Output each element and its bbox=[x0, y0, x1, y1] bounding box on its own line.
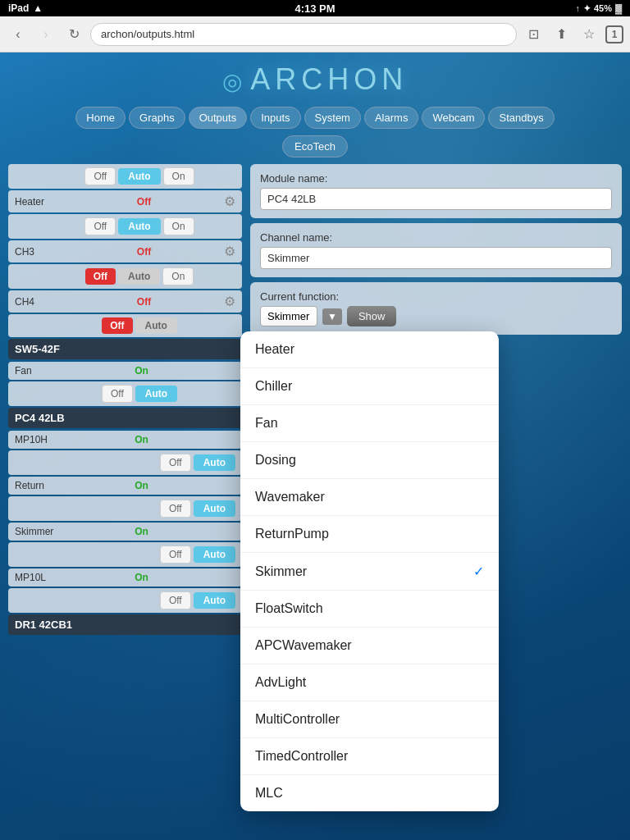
btn-off-top[interactable]: Off bbox=[84, 167, 116, 185]
btn-auto-mp10h[interactable]: Auto bbox=[194, 454, 235, 471]
function-select[interactable]: Skimmer bbox=[260, 306, 317, 326]
dropdown-item-returnpump[interactable]: ReturnPump bbox=[240, 516, 499, 553]
btn-group-ch3: Off Auto On bbox=[84, 217, 194, 235]
dropdown-item-floatswitch[interactable]: FloatSwitch bbox=[240, 591, 499, 628]
dropdown-item-chiller-label: Chiller bbox=[255, 379, 292, 394]
dropdown-item-dosing[interactable]: Dosing bbox=[240, 442, 499, 479]
skimmer-btn-row: Off Auto bbox=[8, 542, 242, 567]
nav-alarms[interactable]: Alarms bbox=[364, 107, 418, 129]
fan-status: On bbox=[135, 365, 148, 377]
module-name-box: Module name: bbox=[250, 164, 622, 218]
return-status: On bbox=[135, 480, 148, 491]
ch3-status: Off bbox=[137, 246, 151, 258]
dropdown-item-returnpump-label: ReturnPump bbox=[255, 527, 329, 541]
return-label: Return bbox=[15, 480, 64, 491]
nav-graphs[interactable]: Graphs bbox=[129, 107, 185, 129]
channel-name-input[interactable] bbox=[260, 247, 612, 269]
battery-icon: ▓ bbox=[615, 3, 622, 13]
nav-ecotech[interactable]: EcoTech bbox=[282, 135, 348, 158]
dropdown-item-timedcontroller[interactable]: TimedController bbox=[240, 738, 499, 775]
nav-home[interactable]: Home bbox=[75, 107, 126, 129]
logo-text: ARCHON bbox=[250, 62, 408, 96]
tab-count[interactable]: 1 bbox=[605, 25, 623, 43]
skimmer-status: On bbox=[135, 526, 148, 537]
btn-on-top[interactable]: On bbox=[163, 167, 194, 185]
btn-off-mp10h[interactable]: Off bbox=[160, 454, 191, 472]
mp10h-name-row: MP10H On bbox=[8, 431, 242, 449]
mp10l-btn-row: Off Auto bbox=[8, 588, 242, 613]
btn-auto-fan[interactable]: Auto bbox=[135, 386, 177, 402]
function-box: Current function: Skimmer ▼ Show bbox=[250, 282, 622, 335]
ch3-name-row: CH3 Off ⚙ bbox=[8, 240, 242, 262]
skimmer-label: Skimmer bbox=[15, 526, 64, 537]
pc442lb-header: PC4 42LB bbox=[8, 408, 242, 428]
btn-on-ch3[interactable]: On bbox=[163, 217, 194, 235]
nav-outputs[interactable]: Outputs bbox=[189, 107, 248, 129]
btn-auto-ch4b[interactable]: Auto bbox=[135, 317, 177, 334]
nav-webcam[interactable]: Webcam bbox=[422, 107, 485, 129]
nav-inputs[interactable]: Inputs bbox=[250, 107, 300, 129]
module-name-input[interactable] bbox=[260, 188, 612, 210]
btn-auto-return[interactable]: Auto bbox=[194, 500, 235, 517]
show-button[interactable]: Show bbox=[347, 306, 397, 326]
dropdown-item-advlight[interactable]: AdvLight bbox=[240, 664, 499, 701]
address-bar[interactable]: archon/outputs.html bbox=[90, 23, 517, 46]
btn-auto-skimmer[interactable]: Auto bbox=[194, 546, 235, 563]
carrier-text: iPad bbox=[8, 2, 29, 14]
mp10l-name-row: MP10L On bbox=[8, 568, 242, 587]
dropdown-item-heater[interactable]: Heater bbox=[240, 331, 499, 368]
main-content: ◎ ARCHON Home Graphs Outputs Inputs Syst… bbox=[0, 52, 630, 840]
btn-off-mp10l[interactable]: Off bbox=[160, 591, 191, 609]
back-button[interactable]: ‹ bbox=[7, 23, 30, 46]
dropdown-arrow-btn[interactable]: ▼ bbox=[322, 308, 342, 325]
share-button[interactable]: ⬆ bbox=[550, 23, 573, 46]
btn-off-ch3[interactable]: Off bbox=[84, 217, 116, 235]
btn-auto-ch3[interactable]: Auto bbox=[118, 218, 160, 235]
btn-off-return[interactable]: Off bbox=[160, 500, 191, 518]
btn-auto-top[interactable]: Auto bbox=[118, 168, 160, 185]
ch3-btn-row: Off Auto On bbox=[8, 214, 242, 239]
ch3-settings-icon[interactable]: ⚙ bbox=[224, 244, 235, 259]
dropdown-item-apcwavemaker[interactable]: APCWavemaker bbox=[240, 628, 499, 664]
nav-standbys[interactable]: Standbys bbox=[488, 107, 554, 129]
forward-button[interactable]: › bbox=[34, 23, 57, 46]
heater-settings-icon[interactable]: ⚙ bbox=[224, 194, 235, 209]
reload-button[interactable]: ↻ bbox=[62, 23, 85, 46]
dropdown-item-multicontroller[interactable]: MultiController bbox=[240, 701, 499, 738]
reader-button[interactable]: ⊡ bbox=[522, 23, 545, 46]
status-bar: iPad ▲ 4:13 PM ↑ ✦ 45% ▓ bbox=[0, 0, 630, 16]
dropdown-item-chiller[interactable]: Chiller bbox=[240, 368, 499, 405]
dr142cb1-label: DR1 42CB1 bbox=[15, 619, 72, 631]
btn-on-ch4[interactable]: On bbox=[162, 267, 194, 285]
url-text: archon/outputs.html bbox=[101, 28, 194, 40]
bookmark-button[interactable]: ☆ bbox=[578, 23, 600, 46]
nav-system[interactable]: System bbox=[304, 107, 361, 129]
heater-label: Heater bbox=[15, 196, 64, 208]
btn-group-return: Off Auto bbox=[160, 500, 235, 518]
dropdown-item-fan-label: Fan bbox=[255, 416, 278, 431]
btn-off-fan[interactable]: Off bbox=[102, 385, 133, 403]
function-dropdown: Heater Chiller Fan Dosing Wavemaker Retu… bbox=[240, 331, 499, 811]
ch4-settings-icon[interactable]: ⚙ bbox=[224, 294, 235, 309]
ch4-name-row: CH4 Off ⚙ bbox=[8, 290, 242, 313]
nav-bar: Home Graphs Outputs Inputs System Alarms… bbox=[0, 103, 630, 132]
signal-icon: ↑ bbox=[575, 3, 580, 13]
dropdown-item-mlc[interactable]: MLC bbox=[240, 775, 499, 811]
btn-auto-ch4[interactable]: Auto bbox=[118, 268, 160, 285]
btn-red-off-ch4[interactable]: Off bbox=[85, 268, 116, 285]
bluetooth-icon: ✦ bbox=[583, 3, 591, 14]
btn-red-off-ch4b[interactable]: Off bbox=[102, 317, 132, 334]
dropdown-item-wavemaker[interactable]: Wavemaker bbox=[240, 479, 499, 516]
btn-off-skimmer[interactable]: Off bbox=[160, 546, 191, 564]
dropdown-item-wavemaker-label: Wavemaker bbox=[255, 490, 325, 504]
return-name-row: Return On bbox=[8, 477, 242, 495]
sw542f-label: SW5-42F bbox=[15, 343, 60, 355]
sw542f-header: SW5-42F bbox=[8, 339, 242, 359]
dropdown-item-skimmer[interactable]: Skimmer ✓ bbox=[240, 553, 499, 591]
btn-group-top: Off Auto On bbox=[84, 167, 194, 185]
channel-name-box: Channel name: bbox=[250, 223, 622, 277]
btn-auto-mp10l[interactable]: Auto bbox=[194, 592, 235, 609]
fan-btn-row: Off Auto bbox=[8, 381, 242, 406]
module-name-label: Module name: bbox=[260, 172, 612, 185]
dropdown-item-fan[interactable]: Fan bbox=[240, 405, 499, 442]
